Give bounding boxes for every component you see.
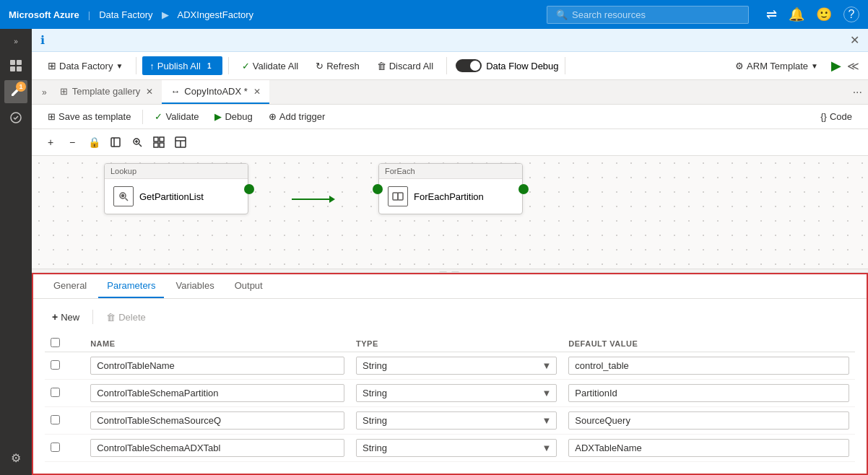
param-name-input-3[interactable] [90,439,344,457]
edit-badge: 1 [16,82,26,92]
param-default-input-0[interactable] [568,357,849,375]
canvas-fit-button[interactable] [105,132,126,152]
debug-button[interactable]: ▶ Debug [207,108,259,126]
help-icon[interactable]: ? [843,6,859,22]
datafactory-nav-link[interactable]: Data Factory [99,9,152,20]
canvas-fit2-button[interactable] [149,132,169,152]
svg-rect-11 [154,137,158,141]
publish-label: Publish All [157,61,201,71]
canvas-minus-button[interactable]: − [62,132,82,152]
lookup-node-icon [113,186,134,206]
face-icon[interactable]: 🙂 [816,6,832,22]
canvas-plus-button[interactable]: + [40,132,61,152]
sidebar-icon-edit[interactable]: 1 [4,80,27,103]
tabs-chevron-icon[interactable]: » [38,87,51,97]
param-default-input-2[interactable] [568,411,849,430]
discard-all-button[interactable]: 🗑 Discard All [370,57,440,75]
arm-template-button[interactable]: ⚙ ARM Template ▼ [728,57,825,75]
select-all-checkbox[interactable] [51,338,60,347]
param-default-input-3[interactable] [568,439,849,457]
tab-template-gallery[interactable]: ⊞ Template gallery ✕ [51,80,162,104]
bottom-tabs: General Parameters Variables Output [33,274,867,299]
svg-rect-0 [10,60,15,65]
validate-all-button[interactable]: ✓ Validate All [235,57,305,75]
save-template-button[interactable]: ⊞ Save as template [40,108,138,126]
tab-template-label: Template gallery [72,86,141,97]
sidebar-icon-settings[interactable]: ⚙ [4,446,27,469]
foreach-node[interactable]: ForEach ForEachPartition [378,163,523,214]
validate-button[interactable]: ✓ Validate [147,108,206,126]
debug-toggle[interactable] [456,59,482,72]
canvas-lock-button[interactable]: 🔒 [84,132,104,152]
content-area: ℹ ✕ ⊞ Data Factory ▼ ↑ Publish All 1 ✓ V… [32,29,868,475]
row-checkbox-3[interactable] [51,443,60,452]
save-template-icon: ⊞ [48,111,56,122]
collapse-icon[interactable]: ≪ [847,59,859,73]
tabs-more-icon[interactable]: ··· [853,86,862,99]
param-name-input-1[interactable] [90,384,344,402]
param-type-select-2[interactable]: StringIntFloatBoolArrayObjectSecureStrin… [356,411,557,430]
sidebar-icon-overview[interactable] [4,54,27,77]
new-parameter-button[interactable]: + New [45,308,87,326]
param-name-input-2[interactable] [90,411,344,430]
foreach-node-label: ForEachPartition [414,191,484,202]
bottom-tab-variables[interactable]: Variables [167,274,222,298]
refresh-label: Refresh [326,61,360,71]
delete-param-icon: 🗑 [106,312,116,323]
bottom-tab-general[interactable]: General [45,274,95,298]
svg-point-20 [122,195,124,197]
validate-sub-icon: ✓ [155,111,162,122]
row-checkbox-0[interactable] [51,360,60,370]
bottom-tab-parameters[interactable]: Parameters [98,274,164,298]
tab-copyadx-close-icon[interactable]: ✕ [253,87,261,97]
wifi-icon[interactable]: ⇌ [766,6,777,22]
param-type-select-0[interactable]: StringIntFloatBoolArrayObjectSecureStrin… [356,357,557,375]
foreach-connector-left [373,184,383,194]
code-button[interactable]: {} Code [813,108,859,126]
tab-template-close-icon[interactable]: ✕ [146,87,153,97]
bell-icon[interactable]: 🔔 [789,6,804,22]
canvas-zoom-button[interactable] [127,132,147,152]
table-row: StringIntFloatBoolArrayObjectSecureStrin… [45,407,855,435]
datafactory-label: Data Factory [59,61,113,71]
param-table-header: NAME TYPE DEFAULT VALUE [45,335,855,352]
param-type-select-1[interactable]: StringIntFloatBoolArrayObjectSecureStrin… [356,384,557,402]
sidebar-collapse-icon[interactable]: » [14,38,18,45]
row-checkbox-1[interactable] [51,388,60,397]
param-type-select-3[interactable]: StringIntFloatBoolArrayObjectSecureStrin… [356,439,557,457]
sidebar-icon-monitor[interactable] [4,106,27,129]
debug-label: Debug [225,111,252,122]
delete-param-label: Delete [118,312,146,323]
bottom-panel: General Parameters Variables Output [32,273,868,475]
factory-name[interactable]: ADXIngestFactory [178,9,254,20]
svg-rect-14 [160,143,164,147]
foreach-node-header: ForEach [379,164,522,179]
param-name-input-0[interactable] [90,357,344,375]
main-toolbar: ⊞ Data Factory ▼ ↑ Publish All 1 ✓ Valid… [32,52,868,80]
lookup-node[interactable]: Lookup GetPartitionList [104,163,248,214]
param-default-input-1[interactable] [568,384,849,402]
canvas-layout-button[interactable] [170,132,191,152]
delete-parameter-button[interactable]: 🗑 Delete [99,308,153,326]
publish-all-button[interactable]: ↑ Publish All 1 [142,56,222,75]
refresh-button[interactable]: ↻ Refresh [308,57,367,75]
svg-rect-21 [393,193,398,200]
arm-chevron-icon: ▼ [811,62,818,70]
debug-toggle-wrap: Data Flow Debug [456,59,558,72]
add-trigger-button[interactable]: ⊕ Add trigger [261,108,333,126]
discard-label: Discard All [389,61,433,71]
row-checkbox-2[interactable] [51,415,60,424]
sub-toolbar: ⊞ Save as template ✓ Validate ▶ Debug ⊕ … [32,105,868,129]
datafactory-icon: ⊞ [48,60,56,71]
lookup-connector-right [244,184,254,194]
foreach-node-body: ForEachPartition [379,179,522,214]
pipeline-canvas[interactable]: Lookup GetPartitionList [32,156,868,269]
bottom-tab-output[interactable]: Output [226,274,272,298]
datafactory-button[interactable]: ⊞ Data Factory ▼ [40,56,130,75]
add-trigger-icon: ⊕ [269,111,277,122]
tab-copyadx[interactable]: ↔ CopyIntoADX * ✕ [162,80,269,104]
lookup-node-body: GetPartitionList [105,179,248,214]
search-input[interactable] [572,9,739,20]
run-icon[interactable]: ▶ [831,58,841,74]
info-close-icon[interactable]: ✕ [850,33,859,47]
